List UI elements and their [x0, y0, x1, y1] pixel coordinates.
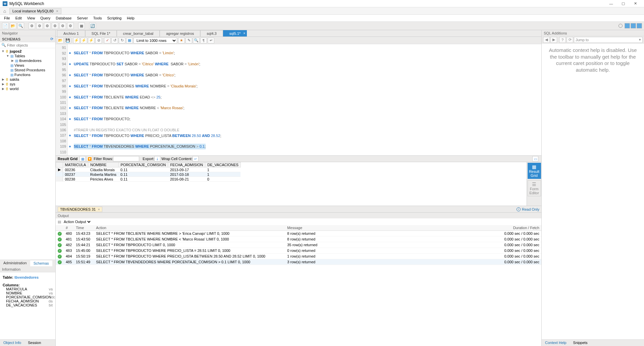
tab-administration[interactable]: Administration: [0, 260, 30, 266]
tool-icon[interactable]: ⚙: [52, 22, 58, 29]
menu-server[interactable]: Server: [74, 15, 90, 21]
rollback-icon[interactable]: ↺: [111, 38, 118, 44]
file-tab[interactable]: SQL File 1*: [85, 30, 117, 37]
titlebar: W MySQL Workbench — ▢ ✕: [0, 0, 644, 7]
output-selector-row: ▤ Action Output: [56, 218, 541, 225]
menu-database[interactable]: Database: [53, 15, 74, 21]
panel-toggle-bottom[interactable]: [631, 23, 636, 28]
commit-icon[interactable]: ✓: [104, 38, 111, 44]
tree-table-tbvendedores[interactable]: tbvendedores: [19, 59, 42, 63]
tree-db-jugos2[interactable]: jugos2: [9, 49, 21, 53]
tree-views[interactable]: Views: [14, 63, 24, 67]
invisible-icon[interactable]: ¶: [200, 38, 207, 44]
sql-editor[interactable]: 9192939495969798991001011021031041051061…: [56, 44, 541, 155]
tool-icon[interactable]: 🔄: [89, 22, 96, 29]
main-toolbar: 📄 📂 🔍 ⚙ ⚙ ⚙ ⚙ ⚙ ⚙ ▦ 🔄: [0, 21, 644, 30]
home-icon[interactable]: ⌂: [0, 7, 9, 15]
result-grid-button[interactable]: ▦Result Grid: [528, 163, 541, 179]
forward-icon[interactable]: ▶: [550, 37, 557, 43]
tab-context-help[interactable]: Context Help: [542, 340, 570, 346]
connection-tab[interactable]: Local instance MySQL80 ×: [9, 8, 61, 14]
panel-toggle-right[interactable]: [637, 23, 642, 28]
tool-icon[interactable]: ⚙: [59, 22, 66, 29]
open-icon[interactable]: 📂: [57, 38, 64, 44]
status-icon: [619, 24, 623, 28]
file-tab[interactable]: sql5.1*×: [223, 30, 247, 37]
tool-icon[interactable]: ⚙: [36, 22, 43, 29]
filter-rows-input[interactable]: [113, 156, 139, 161]
autocommit-icon[interactable]: ↻: [119, 38, 125, 44]
inspector-icon[interactable]: 🔍: [17, 22, 24, 29]
tree-sp[interactable]: Stored Procedures: [14, 68, 45, 72]
tab-schemas[interactable]: Schemas: [30, 260, 52, 266]
file-tab[interactable]: Archivo 1: [57, 30, 85, 37]
export-icon[interactable]: ⤓: [154, 156, 160, 161]
tab-object-info[interactable]: Object Info: [0, 340, 24, 346]
tree-db-sys[interactable]: sys: [9, 82, 15, 86]
jump-to-select[interactable]: Jump to▾: [574, 37, 643, 43]
tab-session[interactable]: Session: [24, 340, 44, 346]
maximize-button[interactable]: ▢: [617, 0, 629, 7]
tool-icon[interactable]: ⚙: [29, 22, 35, 29]
collapse-icon[interactable]: ▭: [532, 156, 538, 161]
minimize-button[interactable]: —: [605, 0, 617, 7]
beautify-icon[interactable]: ✎: [185, 38, 192, 44]
connection-bar: ⌂ Local instance MySQL80 ×: [0, 7, 644, 15]
menu-query[interactable]: Query: [38, 15, 53, 21]
schemas-header: SCHEMAS ⟳: [0, 36, 55, 42]
menu-view[interactable]: View: [24, 15, 38, 21]
save-icon[interactable]: 💾: [64, 38, 71, 44]
help-icon[interactable]: ?: [559, 37, 566, 43]
wrap-icon[interactable]: ↵: [208, 38, 214, 44]
file-tab[interactable]: sql4.3: [200, 30, 223, 37]
new-sql-icon[interactable]: 📄: [2, 22, 9, 29]
tree-db-sakila[interactable]: sakila: [9, 77, 19, 81]
filter-input[interactable]: [7, 43, 54, 47]
menu-tools[interactable]: Tools: [91, 15, 105, 21]
output-type-select[interactable]: Action Output: [62, 219, 92, 224]
open-sql-icon[interactable]: 📂: [10, 22, 16, 29]
limit-select[interactable]: Limit to 1000 rows: [133, 38, 177, 44]
sql-additions-header: SQL Additions: [542, 30, 644, 36]
search-icon: 🔍: [1, 43, 6, 47]
tool-icon[interactable]: ▦: [78, 22, 85, 29]
execute-cursor-icon[interactable]: ⚡: [80, 38, 87, 44]
file-tab[interactable]: crear_borrar_tabal: [117, 30, 160, 37]
close-button[interactable]: ✕: [629, 0, 641, 7]
schema-tree[interactable]: ▼🛢jugos2 ▼▤Tables ▶▤tbvendedores ▤Views …: [0, 48, 55, 260]
menu-file[interactable]: File: [1, 15, 13, 21]
menu-help[interactable]: Help: [124, 15, 137, 21]
star-icon[interactable]: ★: [178, 38, 185, 44]
tree-functions[interactable]: Functions: [14, 73, 31, 77]
filter-rows-label: Filter Rows:: [94, 157, 113, 161]
close-icon[interactable]: ×: [244, 31, 246, 35]
grid-icon[interactable]: ▦: [79, 156, 86, 161]
result-table[interactable]: MATRICULANOMBREPORCENTAJE_COMISIONFECHA_…: [56, 162, 527, 206]
output-table[interactable]: #TimeActionMessageDuration / Fetch✓48015…: [56, 225, 541, 346]
tree-tables[interactable]: Tables: [14, 54, 25, 58]
panel-toggle-left[interactable]: [625, 23, 630, 28]
result-tab[interactable]: TBVENDEDORES 31 ×: [58, 207, 102, 212]
tool-icon[interactable]: ⚙: [67, 22, 74, 29]
tree-db-world[interactable]: world: [9, 87, 18, 91]
refresh-icon[interactable]: ⟳: [50, 37, 53, 41]
toggle-icon[interactable]: ▦: [126, 38, 133, 44]
file-tab[interactable]: agregar registros: [160, 30, 200, 37]
tab-snippets[interactable]: Snippets: [570, 340, 591, 346]
export-label: Export:: [143, 157, 154, 161]
close-icon[interactable]: ×: [56, 9, 58, 13]
wrap-icon[interactable]: ↵: [193, 156, 199, 161]
menu-scripting[interactable]: Scripting: [105, 15, 124, 21]
search-icon[interactable]: 🔍: [193, 38, 200, 44]
result-grid-label: Result Grid: [58, 157, 77, 161]
stop-icon[interactable]: ⊘: [95, 38, 102, 44]
filter-icon[interactable]: 🔽: [87, 156, 93, 161]
tool-icon[interactable]: ⚙: [44, 22, 51, 29]
close-icon[interactable]: ×: [98, 207, 100, 211]
form-editor-button[interactable]: ☰Form Editor: [528, 180, 541, 196]
auto-icon[interactable]: ⟳: [567, 37, 573, 43]
execute-icon[interactable]: ⚡: [73, 38, 80, 44]
back-icon[interactable]: ◀: [543, 37, 550, 43]
explain-icon[interactable]: ⚡: [88, 38, 95, 44]
menu-edit[interactable]: Edit: [13, 15, 24, 21]
